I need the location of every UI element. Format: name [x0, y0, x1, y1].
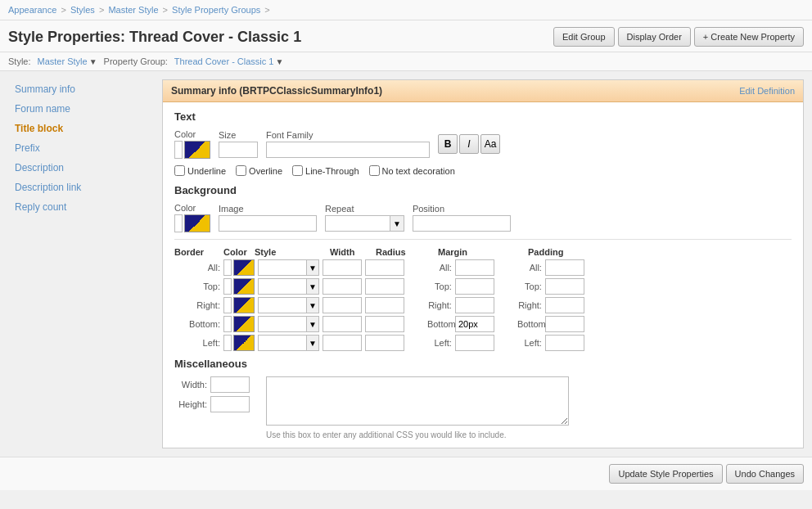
create-new-property-button[interactable]: + Create New Property [694, 27, 804, 47]
all-border-color-swatch[interactable] [233, 259, 255, 276]
misc-width-label: Width: [174, 380, 207, 390]
bmp-row-all: All: ▼ All: All: [174, 259, 792, 276]
font-family-input[interactable] [266, 142, 430, 158]
sidebar-item-description[interactable]: Description [8, 158, 156, 178]
all-border-radius-input[interactable] [365, 259, 404, 276]
left-margin-input[interactable] [455, 335, 494, 351]
left-padding-input[interactable] [545, 335, 584, 351]
misc-width-row: Width: [174, 376, 250, 393]
bg-repeat-input[interactable] [325, 215, 390, 232]
breadcrumb-appearance[interactable]: Appearance [8, 5, 56, 15]
row-bottom-style[interactable]: ▼ [258, 316, 319, 332]
row-left-style[interactable]: ▼ [258, 335, 319, 351]
all-border-style-dropdown[interactable]: ▼ [307, 259, 319, 276]
right-border-color-swatch[interactable] [233, 297, 255, 313]
all-border-width-input[interactable] [323, 259, 362, 276]
row-right-label: Right: [174, 300, 220, 310]
bottom-border-color-swatch[interactable] [233, 316, 255, 332]
no-decoration-checkbox[interactable] [369, 165, 380, 176]
underline-checkbox[interactable] [174, 165, 185, 176]
sidebar-item-description-link[interactable]: Description link [8, 178, 156, 197]
bottom-bar: Update Style Properties Undo Changes [0, 457, 812, 490]
line-through-checkbox[interactable] [292, 165, 303, 176]
left-border-radius-input[interactable] [365, 335, 404, 351]
row-top-style[interactable]: ▼ [258, 278, 319, 295]
right-padding-input[interactable] [545, 297, 584, 313]
sidebar-item-prefix[interactable]: Prefix [8, 138, 156, 158]
bottom-margin-label: Bottom: [427, 319, 452, 329]
italic-button[interactable]: I [459, 134, 479, 154]
bg-color-swatch[interactable] [184, 214, 210, 232]
breadcrumb-styles[interactable]: Styles [70, 5, 95, 15]
top-margin-input[interactable] [455, 278, 494, 295]
no-decoration-checkbox-item[interactable]: No text decoration [369, 165, 455, 176]
size-label: Size [219, 130, 258, 140]
left-border-width-input[interactable] [323, 335, 362, 351]
top-border-style-input[interactable] [258, 278, 307, 295]
all-margin-input[interactable] [455, 259, 494, 276]
all-padding-input[interactable] [545, 259, 584, 276]
aa-button[interactable]: Aa [480, 134, 500, 154]
style-select[interactable]: Master Style ▼ [38, 56, 97, 66]
sidebar-item-summary-info[interactable]: Summary info [8, 79, 156, 99]
bottom-border-radius-input[interactable] [365, 316, 404, 332]
text-color-swatch[interactable] [184, 141, 210, 159]
row-right-style[interactable]: ▼ [258, 297, 319, 313]
breadcrumb-master-style[interactable]: Master Style [108, 5, 158, 15]
sidebar-item-title-block[interactable]: Title block [8, 119, 156, 138]
top-border-radius-input[interactable] [365, 278, 404, 295]
row-all-style[interactable]: ▼ [258, 259, 319, 276]
bottom-border-width-input[interactable] [323, 316, 362, 332]
bg-position-input[interactable] [413, 215, 511, 232]
bottom-padding-input[interactable] [545, 316, 584, 332]
top-border-width-input[interactable] [323, 278, 362, 295]
bottom-border-style-dropdown[interactable]: ▼ [307, 316, 319, 332]
bottom-border-style-input[interactable] [258, 316, 307, 332]
left-border-color-swatch[interactable] [233, 335, 255, 351]
line-through-label: Line-Through [305, 166, 359, 176]
overline-checkbox-item[interactable]: Overline [236, 165, 282, 176]
css-textarea[interactable] [266, 376, 569, 426]
bg-image-input[interactable] [219, 215, 317, 232]
misc-width-input[interactable] [210, 376, 250, 393]
overline-checkbox[interactable] [236, 165, 246, 176]
right-border-style-dropdown[interactable]: ▼ [307, 297, 319, 313]
bmp-headers: Border Color Style Width Radius Margin [174, 246, 792, 258]
underline-checkbox-item[interactable]: Underline [174, 165, 226, 176]
border-color-hdr: Color [223, 246, 255, 258]
right-margin-input[interactable] [455, 297, 494, 313]
sidebar-item-forum-name[interactable]: Forum name [8, 99, 156, 119]
right-border-radius-input[interactable] [365, 297, 404, 313]
right-border-width-input[interactable] [323, 297, 362, 313]
top-border-color-swatch[interactable] [233, 278, 255, 295]
property-group-value-link[interactable]: Thread Cover - Classic 1 [174, 56, 274, 66]
sidebar-item-reply-count[interactable]: Reply count [8, 197, 156, 217]
underline-label: Underline [187, 166, 226, 176]
line-through-checkbox-item[interactable]: Line-Through [292, 165, 359, 176]
misc-height-input[interactable] [210, 396, 250, 412]
left-border-style-dropdown[interactable]: ▼ [307, 335, 319, 351]
right-margin-label: Right: [427, 300, 452, 310]
edit-definition-link[interactable]: Edit Definition [739, 86, 795, 96]
text-size-input[interactable] [219, 142, 258, 158]
breadcrumb: Appearance > Styles > Master Style > Sty… [0, 0, 812, 20]
top-padding-input[interactable] [545, 278, 584, 295]
all-border-style-input[interactable] [258, 259, 307, 276]
bottom-margin-input[interactable] [455, 316, 494, 332]
row-right-color [223, 297, 255, 313]
bold-button[interactable]: B [438, 134, 458, 154]
property-group-select[interactable]: Thread Cover - Classic 1 ▼ [174, 56, 284, 66]
display-order-button[interactable]: Display Order [618, 27, 691, 47]
style-dropdown-arrow: ▼ [89, 57, 97, 66]
top-border-style-dropdown[interactable]: ▼ [307, 278, 319, 295]
breadcrumb-property-groups[interactable]: Style Property Groups [172, 5, 260, 15]
row-all-label: All: [174, 263, 220, 273]
right-border-style-input[interactable] [258, 297, 307, 313]
bg-repeat-dropdown[interactable]: ▼ [390, 215, 404, 232]
bg-position-label: Position [413, 204, 511, 214]
left-border-style-input[interactable] [258, 335, 307, 351]
undo-changes-button[interactable]: Undo Changes [726, 464, 804, 484]
edit-group-button[interactable]: Edit Group [553, 27, 615, 47]
style-value-link[interactable]: Master Style [38, 56, 88, 66]
update-style-button[interactable]: Update Style Properties [609, 464, 722, 484]
